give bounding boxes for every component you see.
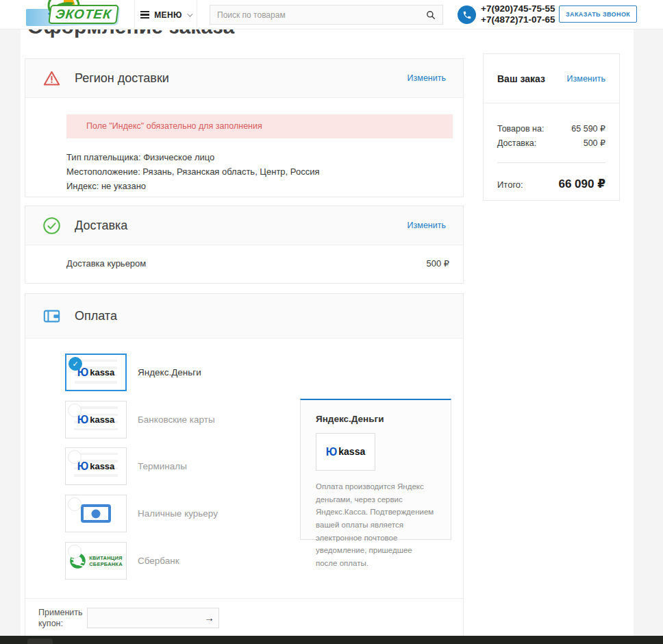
footer-strip	[0, 636, 663, 644]
region-section: Регион доставки Изменить Поле "Индекс" о…	[25, 58, 464, 197]
yookassa-logo: Юkassa	[77, 460, 115, 473]
delivery-section-title: Доставка	[75, 219, 127, 233]
order-items-value: 65 590 ₽	[571, 122, 605, 136]
region-section-title: Регион доставки	[75, 71, 169, 86]
order-summary: Ваш заказ Изменить Товаров на: 65 590 ₽ …	[483, 53, 620, 201]
delivery-method-row: Доставка курьером 500 ₽	[25, 245, 463, 269]
payment-option-card: КВИТАНЦИЯ СБЕРБАНКА	[65, 542, 127, 580]
logo-text: ЭКОТЕК	[48, 5, 118, 24]
phone-number-1[interactable]: +7(920)745-75-55	[481, 3, 555, 14]
radio-unchecked-icon	[68, 497, 82, 511]
payment-option-yandex-money[interactable]: ✓ Юkassa Яндекс.Деньги	[65, 354, 201, 391]
payment-section: Оплата ✓ Юkassa Яндекс.Деньги Юkassa Бан…	[25, 293, 464, 636]
radio-unchecked-icon	[68, 450, 82, 464]
index-required-error: Поле "Индекс" обязательно для заполнения	[66, 114, 453, 138]
order-items-label: Товаров на:	[497, 122, 544, 136]
payment-options-area: ✓ Юkassa Яндекс.Деньги Юkassa Банковские…	[25, 338, 463, 598]
order-summary-body: Товаров на: 65 590 ₽ Доставка: 500 ₽ Ито…	[484, 103, 619, 191]
yookassa-logo: Юkassa	[326, 446, 365, 458]
payment-detail-title: Яндекс.Деньги	[316, 414, 436, 424]
delivery-section-header: Доставка Изменить	[25, 206, 463, 245]
payment-section-title: Оплата	[75, 309, 117, 323]
radio-unchecked-icon	[68, 545, 82, 558]
check-circle-icon	[42, 216, 61, 235]
yookassa-logo: Юkassa	[77, 414, 115, 426]
payment-option-card: ✓ Юkassa	[65, 354, 127, 391]
payment-option-cash-courier[interactable]: Наличные курьеру	[65, 495, 218, 532]
delivery-price: 500 ₽	[426, 258, 449, 269]
payment-option-terminals[interactable]: Юkassa Терминалы	[65, 447, 187, 485]
radio-checked-icon: ✓	[68, 357, 82, 371]
order-call-button[interactable]: ЗАКАЗАТЬ ЗВОНОК	[559, 5, 637, 23]
menu-button[interactable]: МЕНЮ	[134, 0, 197, 29]
region-section-header: Регион доставки Изменить	[25, 59, 463, 98]
order-total-label: Итого:	[497, 179, 523, 190]
payment-detail-description: Оплата производится Яндекс деньгами, чер…	[316, 480, 436, 569]
arrow-right-icon: →	[204, 612, 214, 623]
payment-option-card	[65, 495, 127, 532]
search-box	[210, 5, 443, 25]
banknote-icon	[81, 504, 111, 523]
coupon-input[interactable]	[88, 608, 221, 628]
location-text: Местоположение: Рязань, Рязанская област…	[66, 164, 463, 179]
payment-option-label: Наличные курьеру	[138, 508, 218, 519]
search-button[interactable]	[419, 5, 442, 24]
delivery-method: Доставка курьером	[66, 258, 146, 269]
order-delivery-value: 500 ₽	[584, 136, 605, 151]
payment-option-label: Сбербанк	[138, 556, 179, 566]
phone-numbers: +7(920)745-75-55 +7(4872)71-07-65	[481, 3, 555, 25]
order-items-row: Товаров на: 65 590 ₽	[497, 122, 605, 136]
payment-option-card: Юkassa	[65, 447, 127, 485]
payment-option-bank-cards[interactable]: Юkassa Банковские карты	[65, 401, 215, 438]
delivery-section: Доставка Изменить Доставка курьером 500 …	[25, 206, 464, 284]
warning-icon	[42, 69, 61, 88]
delivery-edit-link[interactable]: Изменить	[408, 221, 446, 230]
coupon-row: Применить купон: →	[25, 598, 463, 636]
order-edit-link[interactable]: Изменить	[567, 74, 605, 84]
payment-section-header: Оплата	[25, 294, 463, 338]
chevron-down-icon	[187, 11, 192, 16]
region-edit-link[interactable]: Изменить	[408, 73, 446, 83]
site-header: ЭКОТЕК МЕНЮ +7(920)745-75-55 +7(4872)71-…	[0, 0, 663, 29]
left-margin	[0, 29, 21, 636]
order-summary-title: Ваш заказ	[497, 73, 545, 84]
sberbank-caption: КВИТАНЦИЯ СБЕРБАНКА	[89, 555, 123, 567]
logo[interactable]: ЭКОТЕК	[26, 0, 134, 32]
payment-option-sberbank[interactable]: КВИТАНЦИЯ СБЕРБАНКА Сбербанк	[65, 542, 179, 580]
index-text: Индекс: не указано	[66, 179, 463, 193]
payer-type-text: Тип плательщика: Физическое лицо	[66, 150, 463, 164]
coupon-field: →	[87, 608, 219, 628]
order-divider	[497, 162, 605, 163]
coupon-label: Применить купон:	[38, 607, 82, 629]
phone-icon	[458, 5, 476, 24]
radio-unchecked-icon	[68, 404, 82, 417]
right-margin	[634, 29, 663, 636]
order-summary-header: Ваш заказ Изменить	[484, 54, 619, 103]
search-input[interactable]	[210, 5, 419, 24]
order-total-value: 66 090 ₽	[558, 177, 605, 191]
order-delivery-label: Доставка:	[497, 136, 536, 151]
search-icon	[426, 10, 436, 20]
menu-label: МЕНЮ	[154, 10, 182, 20]
region-info: Тип плательщика: Физическое лицо Местопо…	[66, 150, 463, 193]
order-total-row: Итого: 66 090 ₽	[497, 177, 605, 191]
coupon-submit-button[interactable]: →	[204, 608, 214, 628]
payment-option-label: Терминалы	[138, 461, 187, 471]
yookassa-logo: Юkassa	[77, 367, 115, 379]
payment-option-label: Яндекс.Деньги	[138, 367, 201, 377]
payment-detail-logo-box: Юkassa	[316, 433, 375, 471]
phone-number-2[interactable]: +7(4872)71-07-65	[481, 14, 555, 25]
hamburger-icon	[140, 11, 149, 19]
order-delivery-row: Доставка: 500 ₽	[497, 136, 605, 151]
wallet-icon	[42, 307, 61, 325]
footer-chip	[27, 639, 53, 644]
payment-detail-panel: Яндекс.Деньги Юkassa Оплата производится…	[300, 399, 451, 540]
payment-option-label: Банковские карты	[138, 414, 215, 425]
payment-option-card: Юkassa	[65, 401, 127, 438]
